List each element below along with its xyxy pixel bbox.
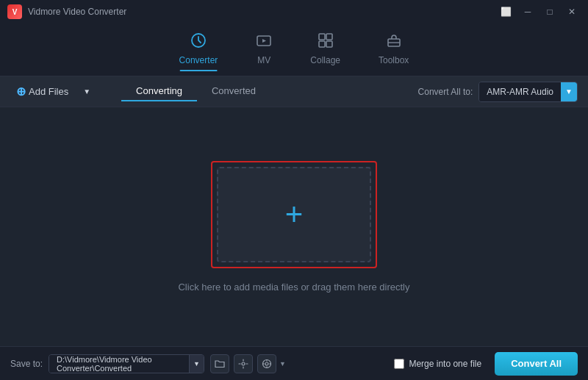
save-to-label: Save to: — [10, 359, 43, 369]
bottom-bar: Save to: D:\Vidmore\Vidmore Video Conver… — [0, 346, 588, 380]
save-path-value: D:\Vidmore\Vidmore Video Converter\Conve… — [49, 355, 189, 373]
format-dropdown-button[interactable]: ▼ — [561, 82, 577, 101]
convert-all-to-label: Convert All to: — [418, 87, 473, 97]
save-path-dropdown-button[interactable]: ▼ — [189, 355, 204, 373]
bottom-tools: ▼ — [210, 354, 286, 373]
convert-all-button[interactable]: Convert All — [495, 352, 578, 376]
nav-bar: Converter MV Collage — [0, 24, 588, 76]
main-content: + Click here to add media files or drag … — [0, 107, 588, 346]
maximize-button[interactable]: □ — [539, 4, 560, 19]
gear-settings-button[interactable] — [257, 354, 276, 373]
merge-checkbox[interactable] — [394, 359, 404, 369]
format-select-wrapper: AMR-AMR Audio ▼ — [478, 82, 578, 102]
converter-icon — [190, 32, 207, 52]
sub-tab-group: Converting Converted — [121, 82, 270, 101]
toolbox-icon — [386, 32, 402, 52]
svg-rect-5 — [326, 41, 332, 47]
title-bar-left: V Vidmore Video Converter — [7, 4, 126, 19]
save-path-wrapper: D:\Vidmore\Vidmore Video Converter\Conve… — [49, 354, 204, 373]
settings-button[interactable] — [234, 354, 253, 373]
nav-tab-mv[interactable]: MV — [244, 28, 284, 71]
app-title: Vidmore Video Converter — [28, 7, 126, 17]
drop-hint-text: Click here to add media files or drag th… — [178, 282, 409, 293]
converter-label: Converter — [179, 55, 218, 65]
close-button[interactable]: ✕ — [562, 4, 582, 19]
app-logo: V — [7, 4, 22, 19]
merge-section: Merge into one file — [394, 359, 481, 369]
sub-tab-converted[interactable]: Converted — [197, 82, 270, 101]
convert-all-to-section: Convert All to: AMR-AMR Audio ▼ — [418, 82, 578, 102]
drop-zone-outer[interactable]: + — [211, 161, 377, 268]
sub-tab-converting[interactable]: Converting — [121, 82, 197, 101]
window-controls: ⬜ ─ □ ✕ — [495, 4, 582, 19]
message-button[interactable]: ⬜ — [495, 4, 516, 19]
svg-rect-4 — [319, 41, 325, 47]
title-bar: V Vidmore Video Converter ⬜ ─ □ ✕ — [0, 0, 588, 24]
plus-icon: ⊕ — [16, 85, 26, 98]
svg-rect-2 — [319, 34, 325, 40]
svg-rect-3 — [326, 34, 332, 40]
folder-open-button[interactable] — [210, 354, 229, 373]
add-media-icon: + — [285, 199, 304, 230]
drop-zone[interactable]: + — [217, 167, 371, 262]
minimize-button[interactable]: ─ — [517, 4, 538, 19]
collage-label: Collage — [310, 55, 340, 65]
collage-icon — [318, 32, 334, 52]
svg-point-9 — [265, 362, 268, 365]
add-files-dropdown-button[interactable]: ▼ — [80, 85, 93, 98]
mv-icon — [256, 32, 272, 52]
merge-label[interactable]: Merge into one file — [409, 359, 481, 369]
toolbar: ⊕ Add Files ▼ Converting Converted Conve… — [0, 76, 588, 107]
nav-tab-collage[interactable]: Collage — [298, 28, 352, 71]
format-value: AMR-AMR Audio — [479, 82, 561, 101]
nav-tab-converter[interactable]: Converter — [168, 28, 230, 71]
mv-label: MV — [257, 55, 270, 65]
toolbox-label: Toolbox — [379, 55, 409, 65]
add-files-button[interactable]: ⊕ Add Files — [10, 82, 74, 101]
nav-tab-toolbox[interactable]: Toolbox — [367, 28, 420, 71]
add-files-label: Add Files — [29, 86, 68, 97]
